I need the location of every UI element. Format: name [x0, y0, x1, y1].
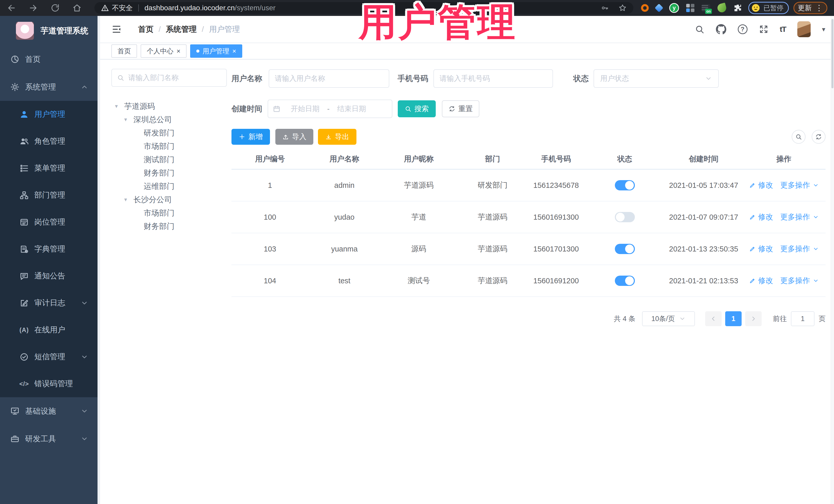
browser-reload-icon[interactable] — [51, 4, 60, 12]
extension-leaf-icon[interactable] — [717, 3, 727, 13]
sidebar-item-dev-tools[interactable]: 研发工具 — [0, 425, 97, 453]
tree-node[interactable]: 财务部门 — [111, 166, 228, 180]
extension-on-switch-icon[interactable]: on — [702, 4, 710, 12]
add-button[interactable]: 新增 — [232, 129, 270, 145]
password-key-icon[interactable] — [601, 4, 609, 12]
next-page-button[interactable] — [745, 311, 762, 326]
modify-link[interactable]: 修改 — [758, 244, 773, 254]
tree-node[interactable]: ▾芋道源码 — [111, 100, 228, 113]
current-page-button[interactable]: 1 — [725, 311, 742, 326]
status-toggle[interactable] — [615, 212, 635, 222]
status-toggle[interactable] — [615, 244, 635, 254]
more-actions-link[interactable]: 更多操作 — [781, 212, 810, 222]
status-toggle[interactable] — [615, 276, 635, 286]
sidebar-logo-row[interactable]: 芋道管理系统 — [0, 16, 97, 45]
modify-link[interactable]: 修改 — [758, 212, 773, 222]
tab-profile[interactable]: 个人中心 × — [140, 44, 186, 58]
extensions-puzzle-icon[interactable] — [733, 4, 742, 12]
window-scrollbar[interactable] — [831, 16, 834, 504]
extension-orange-icon[interactable] — [641, 4, 649, 12]
more-actions-link[interactable]: 更多操作 — [781, 244, 810, 254]
page-size-select[interactable]: 10条/页 — [642, 311, 695, 326]
extension-green-icon[interactable]: y — [669, 3, 679, 13]
browser-forward-icon[interactable] — [29, 3, 38, 13]
tree-node[interactable]: 市场部门 — [111, 206, 228, 220]
help-icon[interactable]: ? — [738, 24, 748, 34]
close-icon[interactable]: × — [232, 48, 236, 54]
toggle-search-button[interactable] — [792, 130, 806, 144]
refresh-table-button[interactable] — [812, 130, 826, 144]
avatar-caret-icon[interactable]: ▾ — [822, 25, 825, 34]
tree-node[interactable]: 市场部门 — [111, 139, 228, 153]
prev-page-button[interactable] — [705, 311, 722, 326]
breadcrumb-system[interactable]: 系统管理 — [166, 24, 197, 35]
sidebar-item-audit-log[interactable]: 审计日志 — [0, 289, 97, 316]
sidebar-item-post-mgmt[interactable]: 岗位管理 — [0, 209, 97, 236]
import-button-label: 导入 — [292, 132, 306, 141]
browser-home-icon[interactable] — [72, 3, 82, 13]
close-icon[interactable]: × — [177, 48, 180, 54]
tree-node[interactable]: 测试部门 — [111, 153, 228, 166]
sidebar-item-home[interactable]: 首页 — [0, 45, 97, 73]
sidebar-item-online-users[interactable]: (A) 在线用户 — [0, 316, 97, 343]
status-select[interactable]: 用户状态 — [594, 69, 719, 88]
browser-back-icon[interactable] — [7, 3, 16, 13]
chevron-down-icon[interactable] — [813, 246, 819, 252]
mobile-input[interactable] — [434, 69, 553, 88]
scrollbar-thumb[interactable] — [831, 19, 833, 88]
user-avatar[interactable] — [797, 21, 811, 37]
chevron-down-icon[interactable] — [813, 214, 819, 220]
tree-caret-icon[interactable]: ▾ — [124, 196, 133, 203]
more-actions-link[interactable]: 更多操作 — [781, 180, 810, 191]
tree-caret-icon[interactable]: ▾ — [115, 103, 124, 110]
browser-profile-chip[interactable]: 已暂停 — [748, 2, 789, 14]
search-icon[interactable] — [695, 24, 704, 34]
sidebar-item-sms-mgmt[interactable]: 短信管理 — [0, 343, 97, 370]
sidebar-item-dept-mgmt[interactable]: 部门管理 — [0, 182, 97, 209]
sidebar-item-role-mgmt[interactable]: 角色管理 — [0, 128, 97, 155]
extension-gem-icon[interactable] — [655, 4, 663, 12]
browser-update-button[interactable]: 更新 ⋮ — [793, 2, 827, 14]
chevron-down-icon[interactable] — [813, 278, 819, 284]
modify-link[interactable]: 修改 — [758, 180, 773, 191]
date-range-picker[interactable]: 开始日期 - 结束日期 — [268, 100, 392, 118]
font-size-icon[interactable]: tT — [780, 25, 786, 34]
tab-user-mgmt[interactable]: 用户管理 × — [190, 44, 242, 58]
tree-node[interactable]: 研发部门 — [111, 126, 228, 139]
goto-page-input[interactable] — [791, 311, 814, 326]
modify-link[interactable]: 修改 — [758, 276, 773, 286]
cell-user-id: 103 — [232, 245, 308, 253]
tree-node[interactable]: 财务部门 — [111, 220, 228, 233]
bookmark-star-icon[interactable] — [618, 4, 627, 12]
search-button[interactable]: 搜索 — [398, 100, 436, 117]
extension-grid-icon[interactable] — [686, 4, 695, 12]
tree-node[interactable]: ▾长沙分公司 — [111, 193, 228, 206]
sidebar-item-user-mgmt[interactable]: 用户管理 — [0, 101, 97, 128]
browser-menu-dots-icon[interactable]: ⋮ — [815, 4, 823, 12]
reset-button[interactable]: 重置 — [442, 100, 479, 117]
tree-node[interactable]: ▾深圳总公司 — [111, 113, 228, 126]
import-button[interactable]: 导入 — [275, 129, 313, 145]
username-input[interactable] — [269, 69, 389, 88]
fullscreen-icon[interactable] — [759, 24, 769, 34]
dept-search-box[interactable] — [111, 69, 227, 87]
sidebar-collapse-icon[interactable] — [111, 24, 122, 35]
tree-caret-icon[interactable]: ▾ — [124, 116, 133, 123]
sidebar-menu: 首页 系统管理 用户管理 角色管理 — [0, 45, 97, 504]
tab-home[interactable]: 首页 — [111, 44, 137, 58]
breadcrumb-home[interactable]: 首页 — [138, 24, 153, 35]
sidebar-item-label: 系统管理 — [25, 82, 56, 92]
tree-node[interactable]: 运维部门 — [111, 180, 228, 193]
chevron-down-icon[interactable] — [813, 182, 819, 188]
sidebar-item-menu-mgmt[interactable]: 菜单管理 — [0, 155, 97, 182]
sidebar-item-system[interactable]: 系统管理 — [0, 73, 97, 101]
sidebar-item-infrastructure[interactable]: 基础设施 — [0, 397, 97, 425]
more-actions-link[interactable]: 更多操作 — [781, 276, 810, 286]
status-toggle[interactable] — [615, 180, 635, 191]
github-icon[interactable] — [716, 24, 726, 35]
export-button[interactable]: 导出 — [318, 129, 356, 145]
sidebar-item-errcode-mgmt[interactable]: </> 错误码管理 — [0, 370, 97, 397]
sidebar-item-dict-mgmt[interactable]: 字典管理 — [0, 236, 97, 263]
dept-search-input[interactable] — [128, 73, 226, 82]
sidebar-item-notice[interactable]: 通知公告 — [0, 263, 97, 289]
